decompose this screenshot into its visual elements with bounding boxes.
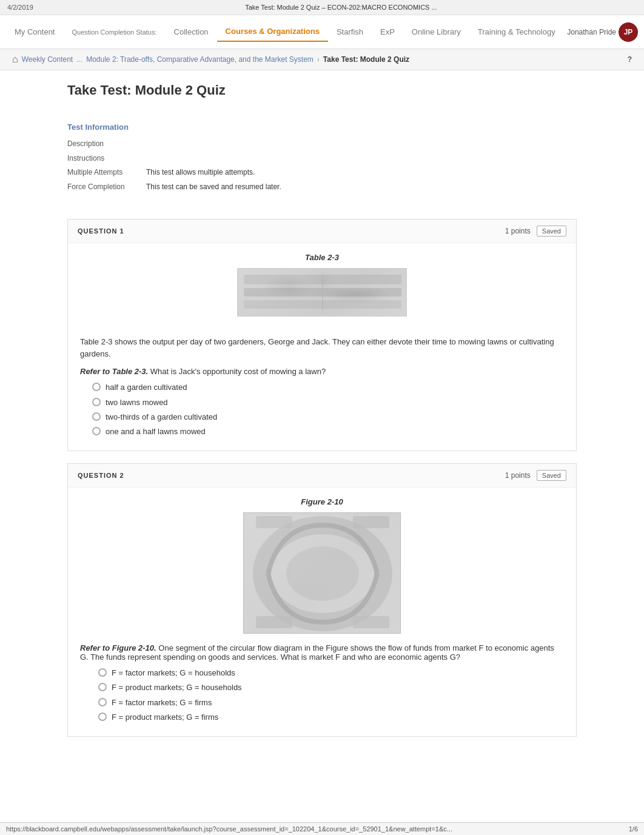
saved-badge-2: Saved — [537, 470, 566, 481]
question-points-area-1: 1 points Saved — [505, 226, 566, 236]
answer-option-2d[interactable]: F = product markets; G = firms — [98, 712, 564, 723]
question-label-2: QUESTION 2 — [78, 472, 124, 479]
question-points-area-2: 1 points Saved — [505, 470, 566, 481]
test-info-row-description: Description — [67, 138, 577, 151]
nav-item-courses-orgs[interactable]: Courses & Organizations — [217, 22, 328, 42]
refer-text-1: Refer to Table 2-3. — [80, 367, 148, 376]
question-points-2: 1 points — [505, 471, 531, 480]
help-icon[interactable]: ? — [628, 55, 632, 64]
svg-rect-11 — [256, 616, 292, 628]
test-info-heading: Test Information — [67, 122, 577, 132]
answer-label-1b: two lawns mowed — [106, 397, 168, 408]
table-image-1 — [237, 268, 407, 317]
question-block-1: QUESTION 1 1 points Saved Table 2-3 — [67, 219, 577, 451]
browser-title: Take Test: Module 2 Quiz – ECON-202:MACR… — [45, 4, 637, 11]
answer-option-1a[interactable]: half a garden cultivated — [92, 382, 564, 393]
question-body-1: Table 2-3 Table 2-3 shows the output per… — [68, 243, 576, 451]
question-points-1: 1 points — [505, 227, 531, 235]
nav-item-exp[interactable]: ExP — [372, 22, 403, 41]
svg-rect-8 — [292, 562, 353, 586]
answer-label-1a: half a garden cultivated — [106, 382, 187, 393]
answer-option-2a[interactable]: F = factor markets; G = households — [98, 668, 564, 679]
test-info-section: Test Information Description Instruction… — [67, 116, 577, 201]
breadcrumb-weekly-content[interactable]: Weekly Content — [22, 55, 73, 64]
breadcrumb-current: Take Test: Module 2 Quiz — [323, 55, 409, 64]
answer-label-2c: F = factor markets; G = firms — [112, 697, 212, 708]
label-force-completion: Force Completion — [67, 181, 140, 194]
radio-2c[interactable] — [98, 698, 107, 706]
radio-2a[interactable] — [98, 668, 107, 677]
question-refer-2: Refer to Figure 2-10. One segment of the… — [80, 643, 564, 662]
question-description-1: Table 2-3 shows the output per day of tw… — [80, 336, 564, 360]
nav-item-starfish[interactable]: Starfish — [328, 22, 372, 41]
figure-image-2 — [243, 512, 401, 634]
radio-1d[interactable] — [92, 427, 101, 435]
nav-links: My Content Question Completion Status: C… — [6, 22, 567, 42]
svg-rect-10 — [353, 516, 389, 528]
radio-1a[interactable] — [92, 383, 101, 391]
answer-option-2c[interactable]: F = factor markets; G = firms — [98, 697, 564, 708]
saved-badge-1: Saved — [537, 226, 566, 236]
radio-1c[interactable] — [92, 412, 101, 421]
radio-2d[interactable] — [98, 713, 107, 721]
question-header-1: QUESTION 1 1 points Saved — [68, 220, 576, 243]
question-text-1: What is Jack's opportunity cost of mowin… — [150, 367, 326, 376]
page-title: Take Test: Module 2 Quiz — [67, 82, 577, 104]
radio-2b[interactable] — [98, 683, 107, 691]
answer-option-2b[interactable]: F = product markets; G = households — [98, 682, 564, 693]
nav-item-question-completion[interactable]: Question Completion Status: — [63, 24, 165, 41]
browser-bar: 4/2/2019 Take Test: Module 2 Quiz – ECON… — [0, 0, 644, 15]
answer-label-2b: F = product markets; G = households — [112, 682, 242, 693]
test-info-table: Description Instructions Multiple Attemp… — [67, 138, 577, 193]
answer-options-2: F = factor markets; G = households F = p… — [98, 668, 564, 723]
answer-label-2d: F = product markets; G = firms — [112, 712, 218, 723]
breadcrumb-sep2: › — [317, 55, 320, 64]
svg-rect-12 — [353, 616, 389, 628]
nav-bar: My Content Question Completion Status: C… — [0, 15, 644, 49]
question-header-2: QUESTION 2 1 points Saved — [68, 464, 576, 488]
test-info-row-force-completion: Force Completion This test can be saved … — [67, 181, 577, 194]
nav-item-collection[interactable]: Collection — [166, 22, 217, 41]
question-body-2: Figure 2-10 — [68, 488, 576, 736]
user-name: Jonathan Pride — [567, 28, 616, 36]
question-block-2: QUESTION 2 1 points Saved Figure 2-10 — [67, 463, 577, 737]
value-force-completion: This test can be saved and resumed later… — [146, 181, 281, 194]
avatar-initials: JP — [624, 28, 633, 36]
label-description: Description — [67, 138, 140, 151]
radio-1b[interactable] — [92, 398, 101, 406]
answer-label-2a: F = factor markets; G = households — [112, 668, 235, 679]
answer-options-1: half a garden cultivated two lawns mowed… — [92, 382, 564, 437]
breadcrumb: ⌂ Weekly Content ... Module 2: Trade-off… — [0, 49, 644, 70]
breadcrumb-sep1: ... — [76, 55, 82, 64]
test-info-row-attempts: Multiple Attempts This test allows multi… — [67, 166, 577, 179]
figure-title-1: Table 2-3 — [80, 253, 564, 262]
answer-label-1d: one and a half lawns mowed — [106, 426, 206, 437]
answer-option-1d[interactable]: one and a half lawns mowed — [92, 426, 564, 437]
refer-text-2: Refer to Figure 2-10. — [80, 643, 156, 652]
svg-rect-9 — [256, 516, 292, 528]
value-multiple-attempts: This test allows multiple attempts. — [146, 166, 255, 179]
nav-right: Jonathan Pride JP — [567, 22, 638, 42]
question-label-1: QUESTION 1 — [78, 227, 124, 235]
label-multiple-attempts: Multiple Attempts — [67, 166, 140, 179]
question-refer-1: Refer to Table 2-3. What is Jack's oppor… — [80, 367, 564, 376]
label-instructions: Instructions — [67, 152, 140, 166]
main-content: Take Test: Module 2 Quiz Test Informatio… — [49, 70, 595, 785]
test-info-row-instructions: Instructions — [67, 152, 577, 166]
nav-item-training-tech[interactable]: Training & Technology — [469, 22, 564, 41]
figure-title-2: Figure 2-10 — [80, 497, 564, 506]
home-icon[interactable]: ⌂ — [12, 54, 18, 65]
nav-item-online-library[interactable]: Online Library — [403, 22, 469, 41]
answer-option-1b[interactable]: two lawns mowed — [92, 397, 564, 408]
browser-date: 4/2/2019 — [7, 4, 33, 11]
breadcrumb-module[interactable]: Module 2: Trade-offs, Comparative Advant… — [86, 55, 314, 64]
nav-item-my-content[interactable]: My Content — [6, 22, 63, 41]
avatar[interactable]: JP — [619, 22, 638, 42]
answer-option-1c[interactable]: two-thirds of a garden cultivated — [92, 412, 564, 423]
answer-label-1c: two-thirds of a garden cultivated — [106, 412, 217, 423]
